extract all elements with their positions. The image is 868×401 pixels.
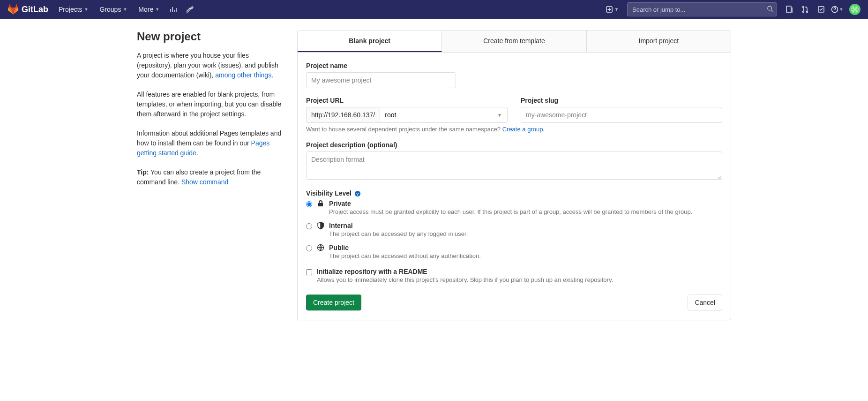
tabs: Blank project Create from template Impor… [297,30,731,53]
form-panel: Project name Project URL http://192.168.… [297,53,731,320]
visibility-public-desc: The project can be accessed without any … [329,252,722,259]
svg-point-9 [854,6,856,8]
svg-point-5 [807,11,808,13]
create-project-button[interactable]: Create project [306,295,361,310]
nav-merge-requests-icon[interactable] [798,0,813,19]
nav-activity-icon[interactable] [166,0,181,19]
show-command-link[interactable]: Show command [181,178,228,186]
globe-icon [317,244,324,251]
navbar: GitLab Projects▼ Groups▼ More▼ ▼ [0,0,868,19]
visibility-private-row: Private Project access must be granted e… [306,200,722,215]
nav-groups[interactable]: Groups▼ [95,0,132,19]
info-tip: Tip: You can also create a project from … [137,167,282,187]
search-box [627,2,777,16]
project-name-input[interactable] [306,72,456,88]
description-textarea[interactable] [306,151,722,180]
create-group-link[interactable]: Create a group. [502,126,545,133]
group-hint-text: Want to house several dependent projects… [306,126,502,133]
tip-label: Tip: [137,168,149,176]
project-slug-group: Project slug [521,97,722,123]
namespace-select-wrap: ▼ [380,107,508,123]
nav-issues-icon[interactable] [782,0,797,19]
nav-projects[interactable]: Projects▼ [54,0,93,19]
nav-more[interactable]: More▼ [134,0,164,19]
nav-todos-icon[interactable] [814,0,829,19]
navbar-left: GitLab Projects▼ Groups▼ More▼ [7,0,198,19]
tab-blank-project[interactable]: Blank project [298,30,442,52]
visibility-private-content: Private Project access must be granted e… [329,200,722,215]
chevron-down-icon: ▼ [155,7,159,12]
namespace-select[interactable] [380,107,508,123]
tab-import-project[interactable]: Import project [587,30,731,52]
visibility-private-radio[interactable] [306,201,312,207]
lock-icon [317,200,324,207]
page-title: New project [137,30,282,43]
visibility-public-radio[interactable] [306,245,312,251]
readme-desc: Allows you to immediately clone this pro… [317,276,613,283]
visibility-internal-radio[interactable] [306,223,312,229]
description-label: Project description (optional) [306,141,722,149]
visibility-internal-content: Internal The project can be accessed by … [329,222,722,237]
project-url-input-group: http://192.168.60.137/ ▼ [306,107,508,123]
group-hint: Want to house several dependent projects… [306,126,722,133]
nav-new-menu[interactable]: ▼ [602,6,622,13]
tab-create-from-template[interactable]: Create from template [442,30,586,52]
visibility-internal-desc: The project can be accessed by any logge… [329,230,722,237]
description-group: Project description (optional) [306,141,722,181]
form-footer: Create project Cancel [306,295,722,310]
svg-rect-2 [786,6,791,13]
main-panel: Blank project Create from template Impor… [297,30,731,320]
sidebar-info: New project A project is where you house… [137,30,282,320]
project-slug-input[interactable] [521,107,722,123]
chevron-down-icon: ▼ [123,7,127,12]
nav-projects-label: Projects [59,6,82,13]
among-other-things-link[interactable]: among other things [215,71,271,79]
help-icon[interactable]: ? [354,190,361,197]
info-text: . [196,149,198,157]
plus-icon [606,6,613,13]
project-name-group: Project name [306,62,722,88]
chevron-down-icon: ▼ [839,7,844,12]
info-paragraph-2: All features are enabled for blank proje… [137,90,282,119]
readme-group: Initialize repository with a README Allo… [306,268,722,283]
visibility-group: Visibility Level ? Private Project acces… [306,189,722,259]
cancel-button[interactable]: Cancel [688,295,722,310]
nav-admin-icon[interactable] [183,0,198,19]
svg-point-4 [803,11,804,13]
visibility-private-title: Private [329,200,722,207]
search-input[interactable] [627,2,777,16]
project-url-group: Project URL http://192.168.60.137/ ▼ [306,97,508,123]
info-paragraph-3: Information about additional Pages templ… [137,129,282,158]
info-paragraph-1: A project is where you house your files … [137,51,282,80]
shield-icon [317,222,324,229]
svg-point-11 [857,8,859,10]
gitlab-icon [7,4,19,15]
readme-title: Initialize repository with a README [317,268,613,275]
search-icon [767,6,773,14]
brand-logo[interactable]: GitLab [7,4,48,15]
svg-text:?: ? [356,192,359,197]
project-name-label: Project name [306,62,722,69]
readme-content: Initialize repository with a README Allo… [317,268,613,283]
svg-point-3 [803,7,804,8]
nav-more-label: More [138,6,153,13]
visibility-label-text: Visibility Level [306,189,352,197]
page-content: New project A project is where you house… [129,19,739,332]
project-url-row: Project URL http://192.168.60.137/ ▼ Pro… [306,97,722,123]
visibility-internal-title: Internal [329,222,722,229]
chevron-down-icon: ▼ [614,7,619,12]
project-url-label: Project URL [306,97,508,104]
brand-text: GitLab [22,5,48,15]
project-url-base: http://192.168.60.137/ [306,107,380,123]
user-avatar[interactable] [849,4,861,15]
chevron-down-icon: ▼ [84,7,89,12]
visibility-public-row: Public The project can be accessed witho… [306,244,722,259]
svg-point-12 [854,11,856,13]
readme-checkbox[interactable] [306,269,312,275]
svg-point-1 [768,6,772,10]
visibility-label: Visibility Level ? [306,189,722,197]
nav-groups-label: Groups [100,6,121,13]
svg-point-10 [852,8,853,10]
nav-help-icon[interactable]: ▼ [830,0,845,19]
visibility-public-title: Public [329,244,722,251]
